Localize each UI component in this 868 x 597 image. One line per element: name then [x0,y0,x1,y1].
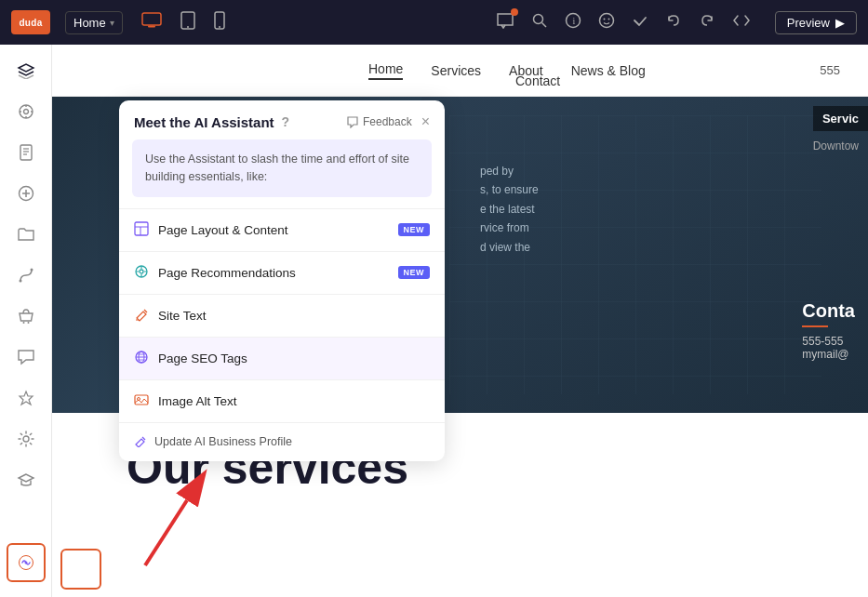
code-icon[interactable] [732,14,751,31]
toolbar: duda Home ▾ [0,0,868,45]
svg-point-28 [22,322,24,324]
close-button[interactable]: × [421,113,430,130]
ai-menu-page-recommendations[interactable]: Page Recommendations NEW [119,251,445,294]
ai-menu-image-alt[interactable]: Image Alt Text [119,379,445,422]
help-icon[interactable]: ? [282,114,290,129]
mobile-icon[interactable] [214,11,225,33]
main-layout: Home Services About News & Blog Contact … [0,45,868,597]
svg-point-26 [19,280,21,283]
svg-point-11 [603,19,605,20]
hero-body-text: ped by s, to ensure e the latest rvice f… [480,162,539,257]
page-layout-label: Page Layout & Content [158,223,288,237]
notification-badge [511,8,518,16]
sidebar-item-theme[interactable] [7,93,45,130]
ai-info-box: Use the Assistant to slash the time and … [132,139,432,197]
chat-icon[interactable] [496,12,514,33]
phone-number: 555 [820,63,840,77]
preview-label: Preview [787,16,830,30]
ai-assistant-panel: Meet the AI Assistant ? Feedback × Use t… [119,100,445,461]
redo-icon[interactable] [699,12,715,33]
image-alt-label: Image Alt Text [158,394,237,408]
current-page-label: Home [73,16,106,30]
ai-menu-left: Page Layout & Content [134,221,288,239]
undo-icon[interactable] [665,12,682,33]
svg-point-38 [140,270,143,273]
svg-point-12 [608,19,609,20]
logo-text: duda [19,18,42,28]
ai-menu-left-4: Page SEO Tags [134,350,247,367]
info-icon[interactable]: i [565,12,581,33]
nav-contact[interactable]: Contact [515,73,560,96]
ai-info-text: Use the Assistant to slash the time and … [145,153,409,183]
site-text-label: Site Text [158,309,207,323]
site-text-icon [134,307,149,325]
svg-rect-1 [148,25,155,27]
sidebar-item-add[interactable] [7,175,45,212]
chevron-down-icon: ▾ [110,18,114,28]
ai-panel-header: Meet the AI Assistant ? Feedback × [119,100,445,139]
ai-menu-page-seo[interactable]: Page SEO Tags [119,337,445,379]
search-icon[interactable] [531,12,548,33]
feedback-label: Feedback [363,115,412,128]
sidebar-item-settings[interactable] [7,420,45,458]
svg-point-5 [219,26,220,28]
svg-rect-0 [142,13,161,25]
ai-panel-header-right: Feedback × [346,113,430,130]
footer-text: Update AI Business Profile [154,435,292,448]
page-layout-badge: NEW [398,223,431,236]
sidebar-item-chat[interactable] [7,338,45,376]
svg-rect-19 [20,145,32,160]
sidebar-item-pages[interactable] [7,134,45,171]
check-icon[interactable] [632,12,648,33]
page-recommendations-label: Page Recommendations [158,266,296,280]
nav-services[interactable]: Services [431,63,481,78]
contact-box: Conta 555-555 mymail@ [789,285,868,376]
svg-line-52 [142,437,145,440]
svg-point-30 [23,436,29,442]
feedback-button[interactable]: Feedback [346,115,412,128]
services-label: Servic [813,106,868,131]
tablet-icon[interactable] [180,11,195,33]
ai-menu-left-3: Site Text [134,307,207,325]
svg-point-6 [533,15,542,24]
page-recommendations-icon [134,264,149,282]
svg-point-29 [27,322,29,324]
sidebar-item-store[interactable] [7,298,45,335]
ai-menu-site-text[interactable]: Site Text [119,294,445,337]
svg-point-27 [30,269,33,272]
ai-menu-page-layout[interactable]: Page Layout & Content NEW [119,208,445,251]
svg-point-3 [187,26,189,28]
nav-news-blog[interactable]: News & Blog [571,63,646,78]
ai-panel-footer[interactable]: Update AI Business Profile [119,422,445,461]
sidebar-item-ai-assistant[interactable] [7,543,46,582]
page-selector[interactable]: Home ▾ [65,11,123,34]
duda-logo[interactable]: duda [11,10,50,34]
sidebar-bottom [7,543,46,590]
page-recommendations-badge: NEW [398,266,431,279]
play-icon: ▶ [835,16,845,30]
preview-button[interactable]: Preview ▶ [775,11,857,34]
page-seo-label: Page SEO Tags [158,352,247,365]
site-nav: Home Services About News & Blog Contact … [52,45,868,97]
sidebar-item-layers[interactable] [7,52,45,89]
ai-title-text: Meet the AI Assistant [134,114,274,130]
smiley-icon[interactable] [598,12,615,33]
downtown-label: Downtow [804,134,868,158]
sidebar-item-folder[interactable] [7,216,45,253]
nav-home[interactable]: Home [368,61,403,80]
svg-rect-34 [135,222,148,235]
svg-line-7 [541,23,546,28]
svg-point-32 [24,562,27,564]
sidebar [0,45,52,597]
ai-menu-left-5: Image Alt Text [134,392,237,410]
svg-text:i: i [572,16,575,26]
sidebar-item-apps[interactable] [7,379,45,417]
sidebar-item-path[interactable] [7,257,45,294]
ai-menu-left-2: Page Recommendations [134,264,296,282]
desktop-icon[interactable] [141,12,162,33]
svg-line-43 [144,310,147,312]
sidebar-item-learn[interactable] [7,461,45,498]
canvas-area: Home Services About News & Blog Contact … [52,45,868,597]
svg-point-13 [20,105,33,118]
page-seo-icon [134,350,149,367]
